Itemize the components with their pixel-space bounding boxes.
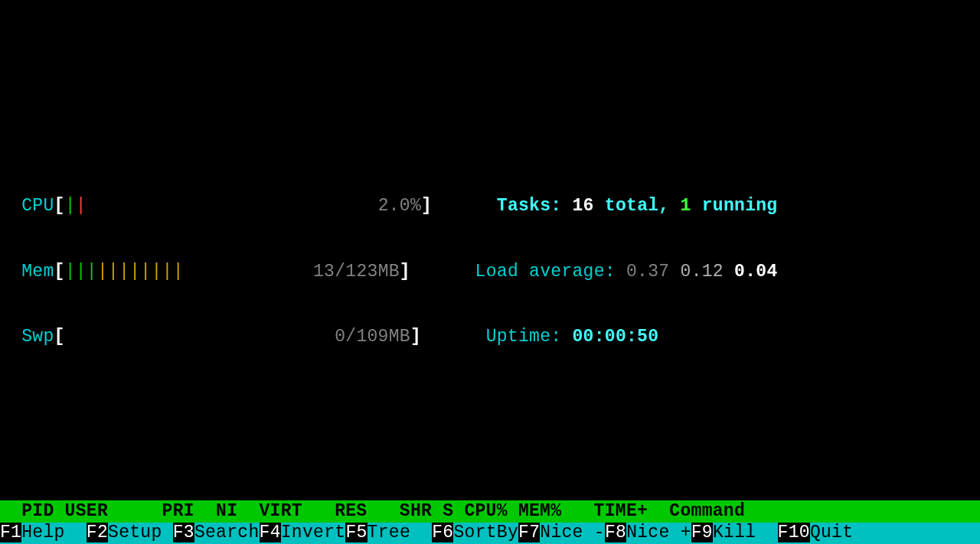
load-1: 0.37 <box>626 262 669 282</box>
swp-label: Swp <box>21 327 54 347</box>
mem-meter-row: Mem[||||||||||| 13/123MB] Load average: … <box>0 261 980 283</box>
column-header[interactable]: PID USER PRI NI VIRT RES SHR S CPU% MEM%… <box>0 500 980 523</box>
tasks-running: 1 <box>681 196 691 216</box>
fnkey-F3[interactable]: F3 <box>173 523 194 542</box>
uptime-value: 00:00:50 <box>572 327 658 347</box>
fnkey-F10[interactable]: F10 <box>778 523 810 542</box>
function-key-bar[interactable]: F1Help F2Setup F3SearchF4InvertF5Tree F6… <box>0 522 875 544</box>
mem-value: 13/123MB <box>313 262 400 282</box>
fnkey-F9-label[interactable]: Kill <box>713 523 778 542</box>
load-3: 0.04 <box>734 262 777 282</box>
fnkey-F8-label[interactable]: Nice + <box>626 523 691 542</box>
cpu-value: 2.0% <box>378 196 421 216</box>
fnkey-F9[interactable]: F9 <box>691 523 713 542</box>
fnkey-F2-label[interactable]: Setup <box>108 523 173 542</box>
fnkey-F6[interactable]: F6 <box>432 523 453 542</box>
fnkey-F2[interactable]: F2 <box>87 523 108 542</box>
fnkey-F3-label[interactable]: Search <box>194 523 260 542</box>
swp-value: 0/109MB <box>335 327 410 347</box>
uptime-label: Uptime: <box>486 327 573 347</box>
load-label: Load average: <box>475 262 626 282</box>
mem-label: Mem <box>21 262 54 282</box>
fnkey-F6-label[interactable]: SortBy <box>453 523 518 542</box>
fnkey-F1-label[interactable]: Help <box>21 523 87 542</box>
fnkey-F7-label[interactable]: Nice - <box>540 523 605 542</box>
fnkey-F8[interactable]: F8 <box>605 523 626 542</box>
cpu-meter-row: CPU[|| 2.0%] Tasks: 16 total, 1 running <box>0 195 980 217</box>
fnkey-F10-label[interactable]: Quit <box>810 523 875 542</box>
fnkey-F4[interactable]: F4 <box>260 523 281 542</box>
fnkey-F4-label[interactable]: Invert <box>281 523 346 542</box>
fnkey-F5-label[interactable]: Tree <box>368 523 433 542</box>
fnkey-F1[interactable]: F1 <box>0 523 21 542</box>
fnkey-F7[interactable]: F7 <box>518 523 540 542</box>
load-2: 0.12 <box>681 262 724 282</box>
fnkey-F5[interactable]: F5 <box>345 523 367 542</box>
htop-screen: CPU[|| 2.0%] Tasks: 16 total, 1 running … <box>0 87 980 544</box>
swp-meter-row: Swp[ 0/109MB] Uptime: 00:00:50 <box>0 326 980 348</box>
tasks-total: 16 <box>573 196 594 216</box>
cpu-label: CPU <box>21 196 54 216</box>
tasks-label: Tasks: <box>497 196 573 216</box>
